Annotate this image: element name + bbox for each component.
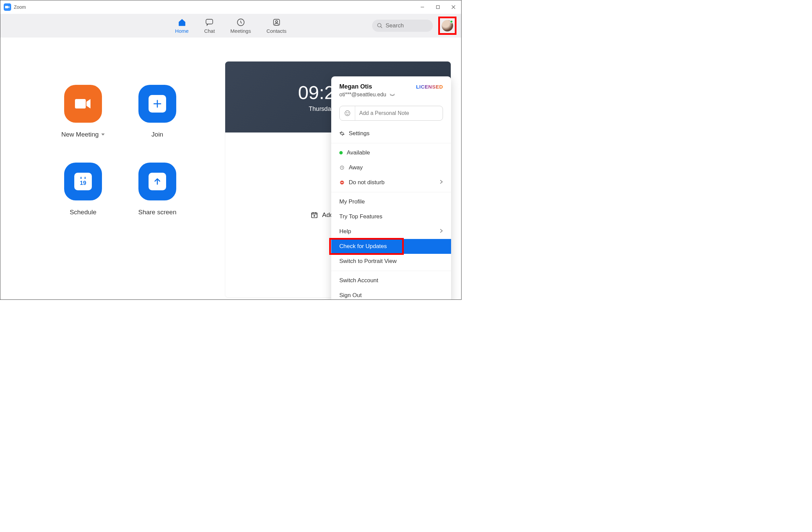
nav-tabs: Home Chat Meetings Contacts xyxy=(175,18,287,34)
home-icon xyxy=(178,18,186,27)
gear-icon xyxy=(339,131,345,136)
new-meeting-button[interactable] xyxy=(64,85,102,123)
menu-top-features[interactable]: Try Top Features xyxy=(331,209,451,224)
status-dnd-icon xyxy=(339,180,345,185)
profile-avatar[interactable] xyxy=(441,20,453,31)
menu-separator xyxy=(331,143,451,143)
search-icon xyxy=(377,23,383,29)
tile-share-screen: Share screen xyxy=(125,163,189,234)
tab-home[interactable]: Home xyxy=(175,18,189,34)
tab-contacts-label: Contacts xyxy=(266,28,286,34)
plus-icon xyxy=(148,95,166,113)
status-away-icon xyxy=(339,165,345,170)
schedule-label: Schedule xyxy=(70,209,96,216)
tab-meetings[interactable]: Meetings xyxy=(230,18,251,34)
menu-away[interactable]: Away xyxy=(331,160,451,175)
menu-available-label: Available xyxy=(347,150,370,156)
menu-my-profile-label: My Profile xyxy=(339,198,365,205)
personal-note-input[interactable] xyxy=(339,106,443,121)
status-available-icon xyxy=(339,151,343,154)
title-bar: Zoom xyxy=(0,0,461,14)
profile-name: Megan Otis xyxy=(339,83,372,90)
menu-settings[interactable]: Settings xyxy=(331,126,451,141)
menu-separator xyxy=(331,271,451,271)
tab-chat[interactable]: Chat xyxy=(204,18,215,34)
svg-point-25 xyxy=(345,111,350,116)
personal-note-field[interactable] xyxy=(355,110,443,116)
svg-point-8 xyxy=(377,23,381,27)
arrow-up-icon xyxy=(148,173,166,190)
nav-bar: Home Chat Meetings Contacts xyxy=(0,14,461,38)
svg-point-26 xyxy=(346,113,346,113)
menu-check-updates[interactable]: Check for Updates xyxy=(331,239,451,254)
svg-rect-10 xyxy=(75,99,86,109)
window-title: Zoom xyxy=(14,4,26,10)
zoom-logo-icon xyxy=(4,3,11,11)
menu-check-updates-label: Check for Updates xyxy=(339,243,387,250)
tab-chat-label: Chat xyxy=(204,28,215,34)
share-screen-button[interactable] xyxy=(139,163,176,200)
menu-separator xyxy=(331,192,451,192)
minimize-button[interactable] xyxy=(415,0,430,14)
chevron-right-icon xyxy=(439,228,443,235)
chevron-right-icon xyxy=(439,179,443,186)
menu-available[interactable]: Available xyxy=(331,145,451,160)
menu-top-features-label: Try Top Features xyxy=(339,213,382,220)
schedule-button[interactable]: 19 xyxy=(64,163,102,200)
clock-icon xyxy=(236,18,245,27)
calendar-icon: 19 xyxy=(74,173,92,190)
menu-help[interactable]: Help xyxy=(331,224,451,239)
profile-menu: Megan Otis LICENSED oti***@seattleu.edu xyxy=(331,76,451,300)
new-meeting-label: New Meeting xyxy=(61,131,99,138)
close-button[interactable] xyxy=(446,0,461,14)
menu-portrait-view[interactable]: Switch to Portrait View xyxy=(331,254,451,269)
main-content: New Meeting Join 19 Schedule xyxy=(0,38,461,299)
eye-closed-icon[interactable] xyxy=(390,93,395,96)
menu-dnd[interactable]: Do not disturb xyxy=(331,175,451,190)
maximize-button[interactable] xyxy=(430,0,446,14)
presence-dot xyxy=(450,20,453,23)
search-placeholder: Search xyxy=(386,22,404,29)
svg-rect-30 xyxy=(341,182,343,183)
svg-line-9 xyxy=(380,26,382,28)
menu-my-profile[interactable]: My Profile xyxy=(331,194,451,209)
tile-new-meeting: New Meeting xyxy=(51,85,115,156)
join-button[interactable] xyxy=(139,85,176,123)
tile-join: Join xyxy=(125,85,189,156)
join-label: Join xyxy=(151,131,163,138)
calendar-add-icon xyxy=(310,211,318,219)
svg-rect-4 xyxy=(206,19,213,24)
chat-icon xyxy=(205,18,214,27)
svg-point-7 xyxy=(276,20,277,23)
svg-text:19: 19 xyxy=(80,180,86,186)
app-window: Zoom Home Chat xyxy=(0,0,462,300)
action-tiles: New Meeting Join 19 Schedule xyxy=(51,85,189,234)
svg-point-27 xyxy=(348,113,348,113)
tile-schedule: 19 Schedule xyxy=(51,163,115,234)
search-input[interactable]: Search xyxy=(372,19,433,32)
profile-header: Megan Otis LICENSED oti***@seattleu.edu xyxy=(331,83,451,100)
menu-help-label: Help xyxy=(339,228,351,235)
svg-rect-1 xyxy=(437,6,439,9)
contacts-icon xyxy=(272,18,281,27)
profile-email: oti***@seattleu.edu xyxy=(339,92,386,98)
menu-switch-account-label: Switch Account xyxy=(339,277,378,284)
video-icon xyxy=(74,97,92,111)
menu-sign-out[interactable]: Sign Out xyxy=(331,288,451,300)
tab-meetings-label: Meetings xyxy=(230,28,251,34)
menu-sign-out-label: Sign Out xyxy=(339,292,362,299)
menu-switch-account[interactable]: Switch Account xyxy=(331,273,451,288)
window-controls xyxy=(415,0,461,14)
tab-home-label: Home xyxy=(175,28,189,34)
profile-avatar-highlight xyxy=(438,17,456,35)
tab-contacts[interactable]: Contacts xyxy=(266,18,286,34)
menu-portrait-label: Switch to Portrait View xyxy=(339,258,397,265)
license-badge: LICENSED xyxy=(416,84,443,89)
menu-settings-label: Settings xyxy=(349,130,369,137)
chevron-down-icon[interactable] xyxy=(101,134,105,136)
menu-dnd-label: Do not disturb xyxy=(349,179,385,186)
smiley-icon xyxy=(340,106,355,120)
share-screen-label: Share screen xyxy=(138,209,176,216)
menu-away-label: Away xyxy=(349,164,363,171)
